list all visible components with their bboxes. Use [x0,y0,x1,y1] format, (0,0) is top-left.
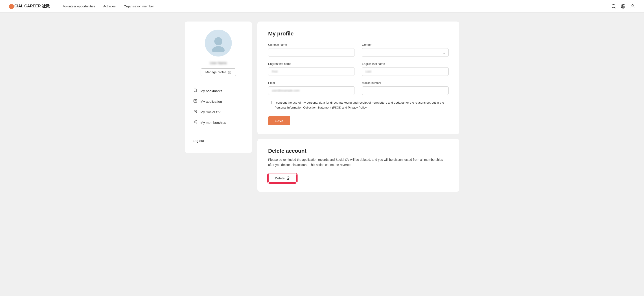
bookmark-icon [193,88,198,93]
consent-row: I consent the use of my personal data fo… [268,100,448,110]
sidebar-divider-top [191,84,246,84]
form-row-3: Email Mobile number [268,81,448,95]
sidebar-item-memberships-label: My memberships [200,121,226,124]
svg-point-5 [214,37,222,45]
application-icon [193,99,198,104]
site-logo[interactable]: CIAL CAREER 社職 [9,3,50,9]
edit-icon [228,71,231,74]
logo-icon [9,4,14,9]
avatar [205,29,232,56]
email-input[interactable] [268,86,355,95]
gender-select[interactable]: Male Female Prefer not to say [362,48,448,57]
search-icon [611,4,616,9]
sidebar-item-social-cv[interactable]: My Social CV [191,107,246,117]
chinese-name-label: Chinese name [268,43,355,46]
privacy-policy-link[interactable]: Privacy Policy [348,106,366,109]
english-last-name-input[interactable] [362,67,448,76]
svg-point-10 [196,120,196,121]
svg-point-4 [632,4,633,6]
pics-link[interactable]: Personal Information Collection Statemen… [274,106,341,109]
sidebar-item-application-label: My application [200,100,222,103]
form-row-1: Chinese name Gender Male Female Prefer n… [268,43,448,57]
gender-label: Gender [362,43,448,46]
sidebar-item-bookmarks-label: My bookmarks [200,89,222,93]
english-first-name-group: English first name [268,62,355,76]
trash-icon [286,176,290,180]
chinese-name-group: Chinese name [268,43,355,57]
globe-icon [621,4,626,9]
gender-group: Gender Male Female Prefer not to say ⌄ [362,43,448,57]
english-last-name-group: English last name [362,62,448,76]
nav-icons [611,4,635,9]
consent-checkbox[interactable] [268,101,272,104]
chinese-name-input[interactable] [268,48,355,57]
delete-title: Delete account [268,148,448,154]
manage-profile-label: Manage profile [205,70,226,74]
english-first-name-label: English first name [268,62,355,65]
avatar-icon [209,34,227,52]
manage-profile-button[interactable]: Manage profile [200,68,236,76]
form-row-2: English first name English last name [268,62,448,76]
mobile-group: Mobile number [362,81,448,95]
nav-activities[interactable]: Activities [103,4,116,8]
email-label: Email [268,81,355,84]
consent-text: I consent the use of my personal data fo… [274,100,448,110]
mobile-label: Mobile number [362,81,448,84]
search-button[interactable] [611,4,616,9]
language-button[interactable] [621,4,626,9]
svg-point-8 [194,110,196,111]
svg-point-9 [194,121,196,122]
user-name: User Name [210,61,227,65]
english-first-name-input[interactable] [268,67,355,76]
gender-select-wrapper: Male Female Prefer not to say ⌄ [362,48,448,57]
sidebar-item-application[interactable]: My application [191,97,246,106]
user-account-button[interactable] [630,4,635,9]
sidebar-item-social-cv-label: My Social CV [200,110,220,114]
svg-point-6 [212,46,224,52]
svg-rect-7 [194,99,197,102]
delete-account-card: Delete account Please be reminded the ap… [258,139,459,192]
profile-title: My profile [268,30,448,37]
sidebar-divider-bottom [191,129,246,129]
email-group: Email [268,81,355,95]
sidebar-menu: My bookmarks My application [191,86,246,127]
delete-button[interactable]: Delete [268,174,297,183]
mobile-input[interactable] [362,86,448,95]
profile-card: My profile Chinese name Gender Male Fema… [258,21,459,134]
memberships-icon [193,120,198,125]
nav-org-member[interactable]: Organisation member [124,4,154,8]
logout-button[interactable]: Log out [191,137,246,145]
save-button[interactable]: Save [268,116,290,125]
sidebar-item-memberships[interactable]: My memberships [191,118,246,127]
delete-description: Please be reminded the application recor… [268,157,448,167]
sidebar: User Name Manage profile My bookmarks [185,21,252,153]
cv-icon [193,109,198,115]
user-icon [630,4,635,9]
english-last-name-label: English last name [362,62,448,65]
nav-volunteer[interactable]: Volunteer opportunities [63,4,95,8]
svg-line-1 [614,7,616,8]
navbar: CIAL CAREER 社職 Volunteer opportunities A… [0,0,644,12]
main-content: My profile Chinese name Gender Male Fema… [258,21,459,192]
page-container: User Name Manage profile My bookmarks [165,12,479,201]
sidebar-item-bookmarks[interactable]: My bookmarks [191,86,246,96]
